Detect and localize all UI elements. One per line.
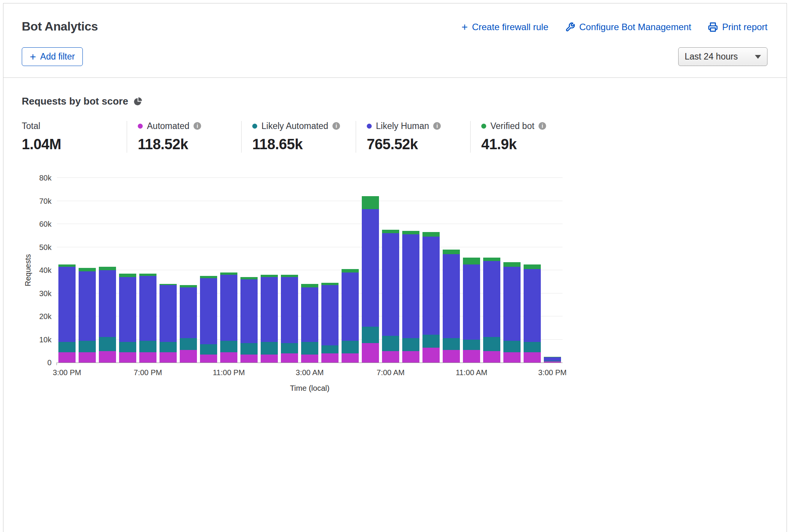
bar-segment-automated — [443, 350, 460, 363]
header-actions: + Create firewall rule Configure Bot Man… — [461, 19, 767, 32]
page-title: Bot Analytics — [22, 19, 98, 34]
bar-slot[interactable] — [301, 178, 318, 363]
bar-segment-likely-human — [544, 357, 561, 361]
filter-row: + Add filter Last 24 hours — [3, 34, 787, 77]
bar-segment-likely-human — [200, 278, 217, 344]
bar-segment-likely-human — [301, 287, 318, 342]
bar-segment-likely-automated — [281, 343, 298, 353]
stat-label: Automated — [147, 121, 189, 131]
y-tick-label: 50k — [39, 243, 52, 251]
create-firewall-rule-link[interactable]: + Create firewall rule — [461, 22, 548, 32]
bar-slot[interactable] — [443, 178, 460, 363]
bar-segment-likely-human — [119, 277, 136, 342]
bar-segment-likely-human — [503, 267, 521, 341]
bar-slot[interactable] — [240, 178, 258, 363]
bar-segment-likely-automated — [524, 342, 541, 352]
bar-slot[interactable] — [382, 178, 399, 363]
action-label: Create firewall rule — [472, 22, 548, 32]
stat-likely-human: Likely Human i 765.52k — [356, 121, 470, 153]
bar-segment-likely-human — [261, 277, 278, 342]
bar-segment-automated — [58, 352, 76, 363]
bar-slot[interactable] — [483, 178, 500, 363]
bar-slot[interactable] — [503, 178, 521, 363]
info-icon[interactable]: i — [538, 122, 546, 130]
bar-slot[interactable] — [119, 178, 136, 363]
x-axis-title: Time (local) — [290, 384, 330, 393]
bar-segment-likely-human — [180, 287, 197, 338]
stat-value: 1.04M — [22, 136, 127, 153]
bar-slot[interactable] — [58, 178, 76, 363]
info-icon[interactable]: i — [332, 122, 340, 130]
header: Bot Analytics + Create firewall rule Con… — [3, 3, 787, 34]
section-title: Requests by bot score — [22, 95, 128, 107]
bar-slot[interactable] — [544, 178, 561, 363]
x-tick-label: 3:00 AM — [296, 368, 324, 377]
bar-segment-likely-human — [220, 275, 237, 340]
bar-slot[interactable] — [281, 178, 298, 363]
time-range-dropdown[interactable]: Last 24 hours — [678, 47, 767, 66]
legend-dot-verified-bot — [481, 124, 486, 129]
info-icon[interactable]: i — [193, 122, 201, 130]
bar-segment-automated — [99, 351, 116, 363]
bar-slot[interactable] — [220, 178, 237, 363]
bar-segment-likely-automated — [342, 341, 359, 353]
configure-bot-management-link[interactable]: Configure Bot Management — [565, 22, 692, 32]
bar-segment-automated — [220, 352, 237, 363]
bar-segment-likely-automated — [503, 341, 521, 352]
bar-segment-likely-human — [58, 267, 76, 342]
requests-by-bot-score-section: Requests by bot score Total 1.04M Automa… — [3, 78, 787, 397]
bar-segment-verified-bot — [402, 231, 419, 234]
bar-segment-likely-automated — [99, 337, 116, 351]
stat-verified-bot: Verified bot i 41.9k — [470, 121, 585, 153]
legend-dot-automated — [138, 124, 143, 129]
bar-slot[interactable] — [362, 178, 379, 363]
bar-slot[interactable] — [160, 178, 177, 363]
bar-segment-automated — [321, 353, 339, 363]
bot-analytics-card: Bot Analytics + Create firewall rule Con… — [3, 3, 787, 532]
bar-segment-automated — [79, 352, 96, 363]
bar-segment-verified-bot — [342, 269, 359, 272]
bar-segment-likely-human — [483, 261, 500, 337]
bar-segment-automated — [261, 355, 278, 363]
y-tick-label: 70k — [39, 197, 52, 205]
bar-slot[interactable] — [342, 178, 359, 363]
bar-segment-verified-bot — [503, 262, 521, 267]
info-icon[interactable]: i — [433, 122, 441, 130]
bar-segment-verified-bot — [483, 258, 500, 261]
bar-segment-verified-bot — [422, 232, 440, 237]
bar-segment-likely-human — [362, 209, 379, 327]
bar-segment-automated — [301, 355, 318, 363]
bar-slot[interactable] — [200, 178, 217, 363]
x-tick-label: 11:00 AM — [456, 368, 487, 377]
bar-segment-likely-automated — [240, 343, 258, 355]
bar-slot[interactable] — [180, 178, 197, 363]
bar-slot[interactable] — [261, 178, 278, 363]
y-tick-label: 30k — [39, 289, 52, 298]
bar-slot[interactable] — [524, 178, 541, 363]
bar-segment-likely-human — [240, 279, 258, 343]
chevron-down-icon — [755, 55, 761, 59]
x-tick-label: 11:00 PM — [213, 368, 245, 377]
bar-slot[interactable] — [321, 178, 339, 363]
bar-segment-likely-human — [342, 272, 359, 340]
bar-slot[interactable] — [139, 178, 156, 363]
bar-segment-verified-bot — [79, 268, 96, 271]
bar-slot[interactable] — [402, 178, 419, 363]
stat-likely-automated: Likely Automated i 118.65k — [241, 121, 356, 153]
print-report-link[interactable]: Print report — [708, 22, 767, 32]
plot-area: Requests 010k20k30k40k50k60k70k80k 3:00 … — [57, 178, 563, 363]
bar-slot[interactable] — [463, 178, 480, 363]
bar-segment-automated — [281, 353, 298, 363]
bar-segment-automated — [180, 350, 197, 363]
legend-dot-likely-human — [367, 124, 372, 129]
bar-slot[interactable] — [79, 178, 96, 363]
add-filter-button[interactable]: + Add filter — [22, 47, 83, 66]
bar-segment-automated — [160, 352, 177, 363]
bar-segment-likely-automated — [261, 342, 278, 355]
bar-slot[interactable] — [99, 178, 116, 363]
bar-slot[interactable] — [422, 178, 440, 363]
stat-total: Total 1.04M — [22, 121, 127, 153]
stat-value: 41.9k — [481, 136, 585, 153]
bar-segment-automated — [544, 361, 561, 363]
pie-chart-icon[interactable] — [133, 97, 143, 106]
